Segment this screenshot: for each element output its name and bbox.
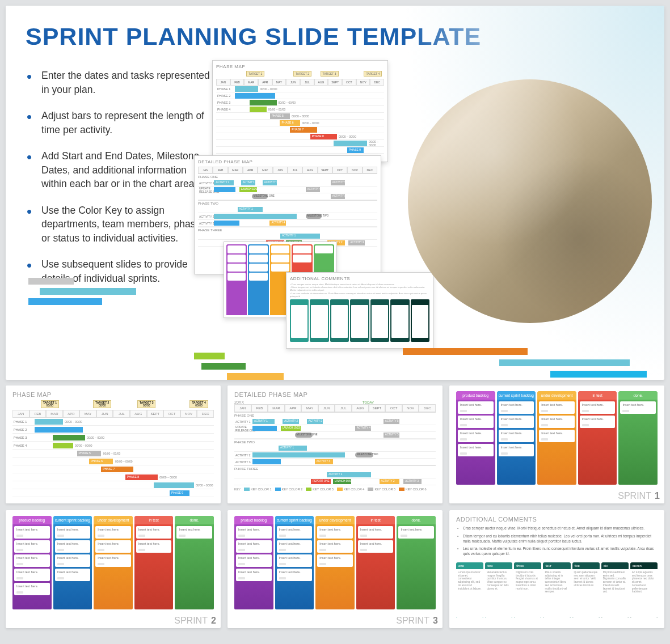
- sprint-card: Insert text here.: [580, 416, 616, 428]
- column-header: under development: [315, 516, 355, 524]
- sprint-card: Insert text here.: [358, 526, 394, 539]
- instruction-item: Use subsequent slides to provide details…: [26, 257, 213, 285]
- sprint-column: product backlogInsert text here.Insert t…: [456, 391, 495, 485]
- hero-photo: [408, 79, 652, 323]
- month-row: JANFEBMARAPRMAYJUNJULAUGSEPTOCTNOVDEC: [12, 410, 214, 418]
- thumb-title: PHASE MAP: [12, 391, 214, 398]
- sprint-card: Insert text here.: [458, 444, 494, 456]
- sprint-card: Insert text here.: [458, 416, 494, 428]
- sprint-card: Insert text here.: [14, 554, 50, 567]
- sprint-column: product backlogInsert text here.Insert t…: [234, 516, 273, 609]
- sprint-card: Insert text here.: [95, 526, 131, 539]
- column-header: current sprint backlog: [53, 516, 92, 524]
- sprint-card: Insert text here.: [539, 416, 575, 428]
- sprint-column: done.Insert text here.: [175, 516, 214, 609]
- sprint-card: Insert text here.: [236, 554, 272, 567]
- sprint-card: Insert text here.: [499, 444, 534, 456]
- column-header: product backlog: [234, 516, 273, 524]
- sprint-column: done.Insert text here.: [397, 516, 436, 609]
- sprint-card: Insert text here.: [458, 430, 494, 442]
- thumb-sprint-2[interactable]: product backlogInsert text here.Insert t…: [6, 510, 221, 628]
- sprint-card: Insert text here.: [499, 416, 534, 428]
- sprint-number: SPRINT 3: [396, 616, 438, 626]
- column-header: product backlog: [12, 516, 52, 524]
- column-header: done.: [397, 516, 436, 524]
- comment-bullet: Etiam tempor orci eu lobortis elementum …: [456, 534, 658, 544]
- comment-card: sixMi proin sed libero enim sed. Digniss…: [601, 562, 629, 618]
- month-row: JANFEBMARAPRMAYJUNJULAUGSEPTOCTNOVDEC: [216, 79, 384, 86]
- sprint-card: Insert text here.: [277, 526, 313, 539]
- thumb-sprint-1[interactable]: product backlogInsert text here.Insert t…: [449, 385, 664, 503]
- thumb-title: ADDITIONAL COMMENTS: [456, 516, 658, 523]
- column-header: current sprint backlog: [275, 516, 314, 524]
- column-header: in test: [578, 391, 617, 400]
- comment-card: oneLorem ipsum dolor sit amet, consectet…: [456, 562, 483, 618]
- sprint-card: Insert text here.: [539, 401, 575, 414]
- sprint-card: Insert text here.: [55, 540, 91, 553]
- sprint-card: Insert text here.: [317, 526, 353, 539]
- sprint-card: Insert text here.: [236, 540, 272, 553]
- thumb-phase-map[interactable]: PHASE MAP TARGET 100/00TARGET 200/00TARG…: [6, 385, 221, 503]
- thumb-detailed-phase-map[interactable]: DETAILED PHASE MAP 20XX TODAY JANFEBMARA…: [227, 385, 443, 503]
- sprint-column: under developmentInsert text here.Insert…: [537, 391, 576, 485]
- thumb-sprint-3[interactable]: product backlogInsert text here.Insert t…: [227, 510, 443, 628]
- sprint-column: in testInsert text here.Insert text here…: [134, 516, 174, 609]
- column-header: current sprint backlog: [497, 391, 536, 400]
- sprint-card: Insert text here.: [277, 540, 313, 553]
- sprint-card: Insert text here.: [580, 401, 616, 414]
- sprint-column: current sprint backlogInsert text here.I…: [275, 516, 314, 609]
- sprint-card: Insert text here.: [236, 569, 272, 581]
- instruction-item: Adjust bars to represent the length of t…: [26, 109, 213, 137]
- comment-card: fiveQuam pellentesque nec nam aliquam se…: [572, 562, 600, 618]
- preview-comments: ADDITIONAL COMMENTS • Cras semper auctor…: [286, 272, 433, 349]
- comment-bullet: Cras semper auctor neque vitae. Morbi tr…: [456, 526, 658, 531]
- sprint-number: SPRINT 2: [174, 616, 216, 626]
- sprint-column: product backlogInsert text here.Insert t…: [12, 516, 52, 609]
- comment-bullet: Leo urna molestie at elementum eu. Proin…: [456, 546, 658, 557]
- sprint-card: Insert text here.: [539, 430, 575, 442]
- sprint-card: Insert text here.: [176, 526, 212, 539]
- column-header: under development: [537, 391, 576, 400]
- thumb-additional-comments[interactable]: ADDITIONAL COMMENTS Cras semper auctor n…: [449, 510, 664, 628]
- thumb-title: DETAILED PHASE MAP: [234, 391, 436, 398]
- sprint-card: Insert text here.: [458, 401, 494, 414]
- sprint-column: current sprint backlogInsert text here.I…: [53, 516, 92, 609]
- sprint-card: Insert text here.: [499, 401, 534, 414]
- column-header: in test: [356, 516, 395, 524]
- column-header: in test: [134, 516, 174, 524]
- sprint-column: in testInsert text here.Insert text here…: [356, 516, 395, 609]
- sprint-card: Insert text here.: [55, 526, 91, 539]
- sprint-column: current sprint backlogInsert text here.I…: [497, 391, 536, 485]
- column-header: product backlog: [456, 391, 495, 400]
- sprint-card: Insert text here.: [14, 526, 50, 539]
- sprint-card: Insert text here.: [95, 554, 131, 567]
- sprint-card: Insert text here.: [317, 554, 353, 567]
- column-header: under development: [94, 516, 133, 524]
- sprint-card: Insert text here.: [277, 554, 313, 567]
- sprint-card: Insert text here.: [14, 540, 50, 553]
- sprint-card: Insert text here.: [358, 540, 394, 553]
- sprint-column: under developmentInsert text here.Insert…: [94, 516, 133, 609]
- comment-card: fourRisus viverra adipiscing at in tellu…: [543, 562, 570, 618]
- column-header: done.: [175, 516, 214, 524]
- preview-phase-map: PHASE MAP TARGET 1 TARGET 2 TARGET 3 TAR…: [212, 60, 388, 162]
- sprint-column: in testInsert text here.Insert text here…: [578, 391, 617, 485]
- sprint-number: SPRINT 1: [618, 491, 660, 501]
- sprint-card: Insert text here.: [55, 569, 91, 581]
- sprint-card: Insert text here.: [55, 554, 91, 567]
- sprint-card: Insert text here.: [277, 569, 313, 581]
- instruction-item: Add Start and End Dates, Milestone Dates…: [26, 149, 213, 191]
- sprint-card: Insert text here.: [236, 526, 272, 539]
- sprint-card: Insert text here.: [620, 401, 656, 414]
- instruction-item: Enter the dates and tasks represented in…: [26, 69, 213, 96]
- instruction-item: Use the Color Key to assign departments,…: [26, 204, 213, 245]
- instruction-list: Enter the dates and tasks represented in…: [26, 65, 213, 298]
- comment-card: threeDignissim cras tincidunt lobortis f…: [514, 562, 541, 618]
- sprint-column: done.Insert text here.: [618, 391, 658, 485]
- comment-card: sevenAc turpis egestas sed tempus urna p…: [630, 562, 658, 618]
- sprint-card: Insert text here.: [14, 583, 50, 595]
- comment-card: twoVenenatis lectus magna fringilla port…: [485, 562, 512, 618]
- hero-slide: SPRINT PLANNING SLIDE TEMPLATE Enter the…: [6, 6, 664, 380]
- page-title: SPRINT PLANNING SLIDE TEMPLATE: [26, 23, 644, 50]
- sprint-card: Insert text here.: [398, 526, 434, 539]
